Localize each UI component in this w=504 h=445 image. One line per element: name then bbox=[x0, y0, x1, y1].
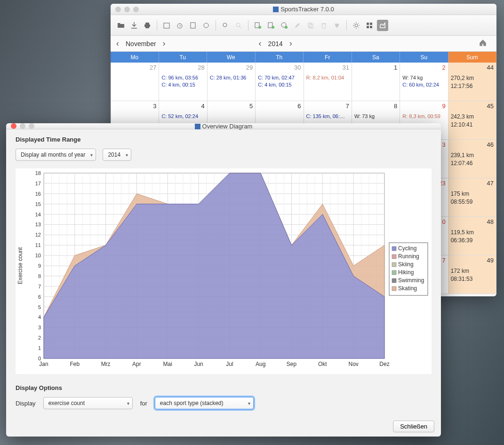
home-icon[interactable] bbox=[479, 39, 487, 48]
svg-text:6: 6 bbox=[38, 294, 41, 300]
for-label: for bbox=[140, 400, 147, 407]
next-year-button[interactable]: › bbox=[289, 39, 292, 48]
svg-text:16: 16 bbox=[35, 191, 41, 197]
display-value-select[interactable]: exercise count bbox=[43, 397, 133, 409]
calendar-entry[interactable]: C: 52 km, 02:24 bbox=[161, 113, 204, 120]
calendar-cell[interactable]: 29C: 28 km, 01:36 bbox=[208, 63, 256, 101]
timer-icon[interactable] bbox=[174, 20, 185, 31]
next-month-button[interactable]: › bbox=[163, 39, 166, 48]
edit-icon[interactable] bbox=[292, 20, 303, 31]
display-options-heading: Display Options bbox=[16, 384, 432, 391]
day-number: 0 bbox=[442, 218, 445, 225]
overview-dialog: Overview Diagram Displayed Time Range Di… bbox=[6, 123, 441, 437]
print-icon[interactable] bbox=[142, 20, 153, 31]
day-number: 3 bbox=[153, 103, 156, 110]
calendar-entry[interactable]: W: 74 kg bbox=[402, 74, 445, 81]
calendar-entry[interactable]: C: 135 km, 06:… bbox=[306, 113, 349, 120]
grid-icon[interactable] bbox=[364, 20, 375, 31]
week-summary-text: 270,2 km12:17:56 bbox=[451, 74, 494, 90]
calendar-icon[interactable] bbox=[161, 20, 172, 31]
heart-icon[interactable] bbox=[331, 20, 343, 31]
week-summary-cell: 45242,3 km12:10:41 bbox=[448, 101, 496, 140]
calendar-entry[interactable]: C: 70 km, 02:47 bbox=[258, 74, 301, 81]
add-exercise-icon[interactable] bbox=[252, 20, 264, 31]
calendar-entry[interactable]: C: 28 km, 01:36 bbox=[210, 74, 253, 81]
svg-text:4: 4 bbox=[38, 314, 41, 320]
day-number: 29 bbox=[246, 64, 253, 71]
copy-icon[interactable] bbox=[305, 20, 316, 31]
range-select[interactable]: Display all months of year bbox=[16, 149, 96, 161]
svg-text:15: 15 bbox=[35, 201, 41, 207]
week-number: 44 bbox=[487, 64, 494, 71]
svg-rect-16 bbox=[370, 23, 372, 25]
calendar-entry[interactable]: C: 60 km, 02:24 bbox=[402, 81, 445, 88]
calendar-entry[interactable]: W: 73 kg bbox=[354, 113, 397, 120]
month-navbar: ‹ November › ‹ 2014 › bbox=[111, 36, 496, 52]
open-icon[interactable] bbox=[115, 20, 127, 31]
svg-point-9 bbox=[272, 26, 274, 29]
calendar-entry[interactable]: R: 8,3 km, 00:59 bbox=[402, 113, 445, 120]
svg-point-4 bbox=[223, 23, 227, 27]
close-button[interactable]: Schließen bbox=[393, 421, 434, 432]
svg-rect-121 bbox=[392, 262, 396, 267]
day-number: 4 bbox=[201, 103, 205, 110]
prev-year-button[interactable]: ‹ bbox=[259, 39, 262, 48]
svg-text:2: 2 bbox=[38, 335, 41, 341]
zoom-out-icon[interactable] bbox=[233, 20, 244, 31]
add-note-icon[interactable] bbox=[265, 20, 277, 31]
week-summary-cell: 49172 km08:31:53 bbox=[448, 255, 496, 294]
note-icon[interactable] bbox=[187, 20, 199, 31]
zoom-in-icon[interactable] bbox=[220, 20, 231, 31]
gear-icon[interactable] bbox=[351, 20, 362, 31]
save-icon[interactable] bbox=[128, 20, 140, 31]
svg-text:Skating: Skating bbox=[398, 285, 417, 292]
svg-text:Jul: Jul bbox=[226, 361, 233, 367]
chart-area: 0123456789101112131415161718JanFebMrzApr… bbox=[16, 168, 432, 374]
calendar-entry[interactable]: C: 96 km, 03:56 bbox=[161, 74, 204, 81]
day-number: 27 bbox=[150, 64, 156, 71]
svg-rect-18 bbox=[370, 26, 372, 28]
svg-text:Mai: Mai bbox=[163, 361, 172, 367]
svg-rect-2 bbox=[191, 23, 195, 28]
day-number: 5 bbox=[249, 103, 253, 110]
week-summary-cell: 46239,1 km12:07:46 bbox=[448, 140, 496, 178]
dialog-titlebar: Overview Diagram bbox=[6, 123, 441, 129]
week-number: 48 bbox=[487, 218, 494, 225]
svg-text:12: 12 bbox=[35, 232, 41, 238]
year-select[interactable]: 2014 bbox=[103, 149, 131, 161]
for-value-select[interactable]: each sport type (stacked) bbox=[155, 397, 254, 409]
calendar-entry[interactable]: C: 4 km, 00:15 bbox=[161, 81, 204, 88]
prev-month-button[interactable]: ‹ bbox=[116, 39, 119, 48]
svg-text:Jan: Jan bbox=[39, 361, 48, 367]
svg-rect-119 bbox=[392, 254, 396, 259]
calendar-cell[interactable]: 28C: 96 km, 03:56C: 4 km, 00:15 bbox=[159, 63, 207, 101]
week-number: 47 bbox=[487, 180, 494, 187]
calendar-entry[interactable]: R: 8,2 km, 01:04 bbox=[306, 74, 349, 81]
toolbar bbox=[111, 15, 496, 36]
delete-icon[interactable] bbox=[318, 20, 329, 31]
calendar-cell[interactable]: 30C: 70 km, 02:47C: 4 km, 00:15 bbox=[256, 63, 304, 101]
power-icon[interactable] bbox=[200, 20, 212, 31]
calendar-entry[interactable]: C: 4 km, 00:15 bbox=[258, 81, 301, 88]
svg-text:13: 13 bbox=[35, 222, 41, 227]
add-weight-icon[interactable] bbox=[279, 20, 290, 31]
svg-text:8: 8 bbox=[38, 273, 41, 279]
day-number: 3 bbox=[442, 141, 445, 148]
calendar-cell[interactable]: 31R: 8,2 km, 01:04 bbox=[304, 63, 352, 101]
chart-icon[interactable] bbox=[377, 20, 388, 31]
app-icon bbox=[273, 7, 279, 12]
week-summary-text: 175 km08:55:59 bbox=[451, 190, 494, 206]
svg-rect-0 bbox=[164, 23, 169, 28]
svg-text:Skiing: Skiing bbox=[398, 261, 414, 268]
calendar-cell[interactable]: 2W: 74 kgC: 60 km, 02:24 bbox=[400, 63, 448, 101]
day-number: 1 bbox=[394, 64, 397, 71]
svg-text:9: 9 bbox=[38, 263, 41, 269]
svg-text:Dez: Dez bbox=[379, 361, 389, 367]
svg-text:Cycling: Cycling bbox=[398, 245, 416, 252]
calendar-cell[interactable]: 1 bbox=[352, 63, 400, 101]
svg-text:5: 5 bbox=[38, 304, 41, 310]
svg-point-7 bbox=[258, 26, 261, 29]
calendar-cell[interactable]: 27 bbox=[111, 63, 159, 101]
svg-rect-125 bbox=[392, 278, 396, 283]
week-summary-text: 242,3 km12:10:41 bbox=[451, 113, 494, 129]
